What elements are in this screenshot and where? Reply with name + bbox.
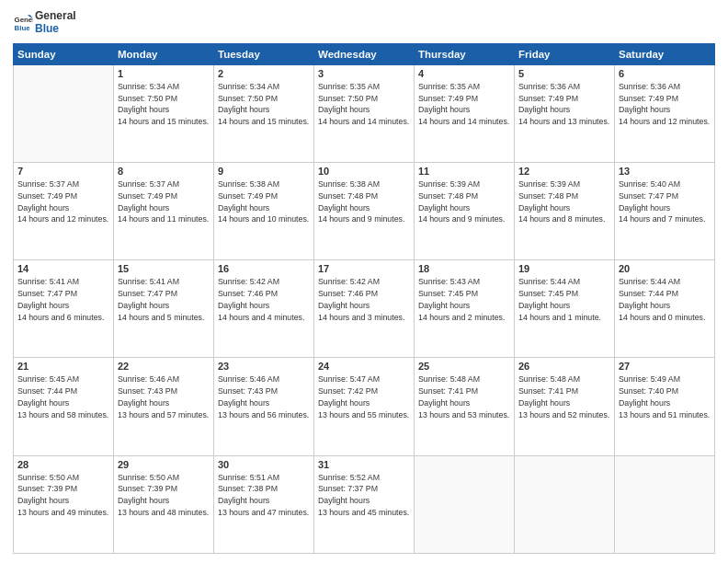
week-row-3: 21Sunrise: 5:45 AMSunset: 7:44 PMDayligh… <box>14 358 715 455</box>
day-info: Sunrise: 5:39 AMSunset: 7:48 PMDaylight … <box>518 178 610 225</box>
daylight-value: 14 hours and 0 minutes. <box>619 313 705 322</box>
sunset-label: Sunset: 7:47 PM <box>17 289 77 298</box>
sunset-label: Sunset: 7:49 PM <box>218 191 278 201</box>
sunrise-label: Sunrise: 5:48 AM <box>518 374 580 384</box>
day-info: Sunrise: 5:41 AMSunset: 7:47 PMDaylight … <box>118 276 210 323</box>
daylight-value: 14 hours and 5 minutes. <box>118 313 204 322</box>
daylight-label: Daylight hours <box>318 203 370 213</box>
day-cell: 7Sunrise: 5:37 AMSunset: 7:49 PMDaylight… <box>14 163 114 260</box>
daylight-value: 14 hours and 15 minutes. <box>118 117 209 126</box>
day-cell: 2Sunrise: 5:34 AMSunset: 7:50 PMDaylight… <box>214 64 314 162</box>
day-cell: 15Sunrise: 5:41 AMSunset: 7:47 PMDayligh… <box>114 260 214 358</box>
daylight-label: Daylight hours <box>218 203 269 213</box>
sunrise-label: Sunrise: 5:50 AM <box>118 473 179 482</box>
header-cell-tuesday: Tuesday <box>214 43 314 64</box>
day-info: Sunrise: 5:35 AMSunset: 7:50 PMDaylight … <box>318 81 410 128</box>
sunset-label: Sunset: 7:48 PM <box>318 191 378 201</box>
day-cell: 18Sunrise: 5:43 AMSunset: 7:45 PMDayligh… <box>415 260 515 358</box>
sunrise-label: Sunrise: 5:34 AM <box>218 82 279 91</box>
day-number: 22 <box>118 361 210 372</box>
daylight-label: Daylight hours <box>619 203 670 213</box>
day-number: 8 <box>118 166 210 177</box>
day-number: 20 <box>619 263 711 274</box>
day-number: 1 <box>118 68 210 79</box>
day-cell: 12Sunrise: 5:39 AMSunset: 7:48 PMDayligh… <box>515 163 615 260</box>
day-info: Sunrise: 5:47 AMSunset: 7:42 PMDaylight … <box>318 373 410 420</box>
day-info: Sunrise: 5:40 AMSunset: 7:47 PMDaylight … <box>619 178 711 225</box>
day-number: 10 <box>318 166 410 177</box>
sunset-label: Sunset: 7:44 PM <box>619 289 678 298</box>
day-cell: 3Sunrise: 5:35 AMSunset: 7:50 PMDaylight… <box>314 64 415 162</box>
daylight-value: 14 hours and 1 minute. <box>518 313 601 322</box>
day-info: Sunrise: 5:42 AMSunset: 7:46 PMDaylight … <box>218 276 310 323</box>
day-number: 26 <box>518 361 610 372</box>
daylight-value: 14 hours and 9 minutes. <box>318 214 404 224</box>
day-info: Sunrise: 5:42 AMSunset: 7:46 PMDaylight … <box>318 276 410 323</box>
day-info: Sunrise: 5:34 AMSunset: 7:50 PMDaylight … <box>118 81 210 128</box>
sunset-label: Sunset: 7:39 PM <box>17 484 77 493</box>
sunset-label: Sunset: 7:47 PM <box>118 289 177 298</box>
day-cell: 5Sunrise: 5:36 AMSunset: 7:49 PMDaylight… <box>515 64 615 162</box>
day-info: Sunrise: 5:50 AMSunset: 7:39 PMDaylight … <box>118 472 210 519</box>
sunrise-label: Sunrise: 5:38 AM <box>218 179 279 189</box>
day-info: Sunrise: 5:38 AMSunset: 7:48 PMDaylight … <box>318 178 410 225</box>
header: General Blue General Blue <box>13 9 715 36</box>
sunrise-label: Sunrise: 5:42 AM <box>218 277 279 286</box>
sunrise-label: Sunrise: 5:37 AM <box>17 179 79 189</box>
daylight-label: Daylight hours <box>518 398 570 408</box>
sunrise-label: Sunrise: 5:41 AM <box>17 277 79 286</box>
header-cell-friday: Friday <box>515 43 615 64</box>
sunrise-label: Sunrise: 5:52 AM <box>318 473 380 482</box>
calendar-table: SundayMondayTuesdayWednesdayThursdayFrid… <box>13 43 715 554</box>
sunrise-label: Sunrise: 5:46 AM <box>118 374 179 384</box>
sunset-label: Sunset: 7:50 PM <box>218 94 278 103</box>
sunrise-label: Sunrise: 5:35 AM <box>318 82 380 91</box>
daylight-label: Daylight hours <box>118 301 169 310</box>
daylight-value: 13 hours and 56 minutes. <box>218 410 309 419</box>
day-number: 17 <box>318 263 410 274</box>
sunrise-label: Sunrise: 5:38 AM <box>318 179 380 189</box>
day-info: Sunrise: 5:46 AMSunset: 7:43 PMDaylight … <box>118 373 210 420</box>
sunset-label: Sunset: 7:49 PM <box>619 94 678 103</box>
sunset-label: Sunset: 7:37 PM <box>318 484 378 493</box>
day-number: 14 <box>17 263 109 274</box>
daylight-label: Daylight hours <box>218 105 269 114</box>
sunrise-label: Sunrise: 5:49 AM <box>619 374 680 384</box>
sunrise-label: Sunrise: 5:44 AM <box>619 277 680 286</box>
day-cell: 24Sunrise: 5:47 AMSunset: 7:42 PMDayligh… <box>314 358 415 455</box>
day-number: 12 <box>518 166 610 177</box>
daylight-value: 13 hours and 52 minutes. <box>518 410 609 419</box>
daylight-value: 14 hours and 12 minutes. <box>619 117 710 126</box>
day-cell: 31Sunrise: 5:52 AMSunset: 7:37 PMDayligh… <box>314 455 415 553</box>
daylight-value: 14 hours and 12 minutes. <box>17 214 108 224</box>
sunrise-label: Sunrise: 5:41 AM <box>118 277 179 286</box>
day-info: Sunrise: 5:36 AMSunset: 7:49 PMDaylight … <box>619 81 711 128</box>
week-row-1: 7Sunrise: 5:37 AMSunset: 7:49 PMDaylight… <box>14 163 715 260</box>
daylight-value: 13 hours and 48 minutes. <box>118 508 209 517</box>
daylight-label: Daylight hours <box>17 203 69 213</box>
day-info: Sunrise: 5:37 AMSunset: 7:49 PMDaylight … <box>17 178 109 225</box>
day-info: Sunrise: 5:41 AMSunset: 7:47 PMDaylight … <box>17 276 109 323</box>
day-number: 16 <box>218 263 310 274</box>
day-cell: 17Sunrise: 5:42 AMSunset: 7:46 PMDayligh… <box>314 260 415 358</box>
day-cell: 11Sunrise: 5:39 AMSunset: 7:48 PMDayligh… <box>415 163 515 260</box>
sunrise-label: Sunrise: 5:34 AM <box>118 82 179 91</box>
daylight-value: 14 hours and 10 minutes. <box>218 214 309 224</box>
logo-icon: General Blue <box>13 12 33 32</box>
daylight-value: 13 hours and 58 minutes. <box>17 410 108 419</box>
sunrise-label: Sunrise: 5:44 AM <box>518 277 580 286</box>
daylight-label: Daylight hours <box>619 301 670 310</box>
logo: General Blue General Blue <box>13 9 76 36</box>
header-row: SundayMondayTuesdayWednesdayThursdayFrid… <box>14 43 715 64</box>
day-number: 23 <box>218 361 310 372</box>
daylight-label: Daylight hours <box>318 496 370 505</box>
daylight-label: Daylight hours <box>118 105 169 114</box>
day-number: 18 <box>418 263 510 274</box>
week-row-0: 1Sunrise: 5:34 AMSunset: 7:50 PMDaylight… <box>14 64 715 162</box>
sunset-label: Sunset: 7:43 PM <box>218 386 278 396</box>
daylight-value: 13 hours and 53 minutes. <box>418 410 509 419</box>
sunset-label: Sunset: 7:50 PM <box>118 94 177 103</box>
sunset-label: Sunset: 7:48 PM <box>518 191 578 201</box>
day-number: 30 <box>218 459 310 470</box>
daylight-value: 14 hours and 9 minutes. <box>418 214 505 224</box>
